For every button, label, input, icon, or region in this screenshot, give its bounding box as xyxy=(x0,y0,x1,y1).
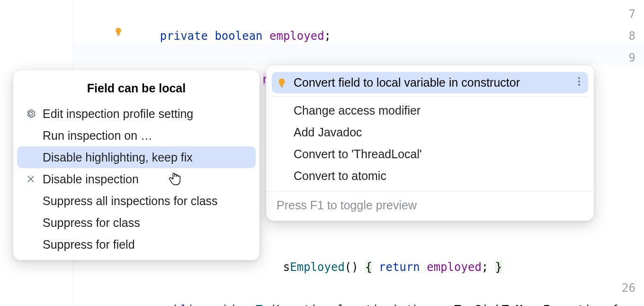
intention-item[interactable]: Add Javadoc xyxy=(266,121,594,143)
method-name: goTo xyxy=(242,303,269,306)
svg-point-3 xyxy=(578,81,580,82)
inspection-options-popup: Field can be local Edit inspection profi… xyxy=(13,70,259,260)
svg-rect-0 xyxy=(117,35,119,36)
suppress-class-item[interactable]: Suppress for class xyxy=(13,212,259,234)
svg-point-2 xyxy=(578,77,580,79)
lightbulb-icon[interactable] xyxy=(114,24,123,36)
menu-item-label: Change access modifier xyxy=(294,104,584,117)
code-line: public void goTo(Location location) thro… xyxy=(133,278,618,306)
popup-footer-hint: Press F1 to toggle preview xyxy=(266,191,594,221)
gear-icon xyxy=(25,108,37,119)
menu-item-label: Run inspection on … xyxy=(43,129,248,143)
line-number: 7 xyxy=(629,4,635,26)
run-inspection-item[interactable]: Run inspection on … xyxy=(13,125,259,146)
intention-header-label: Convert field to local variable in const… xyxy=(294,76,568,90)
menu-item-label: Edit inspection profile setting xyxy=(43,107,248,121)
method-name: Employed xyxy=(290,261,345,274)
menu-item-label: Convert to 'ThreadLocal' xyxy=(294,147,584,161)
keyword: public xyxy=(160,303,201,306)
menu-item-label: Suppress for field xyxy=(43,238,248,252)
menu-item-label: Disable highlighting, keep fix xyxy=(43,151,248,164)
disable-inspection-item[interactable]: Disable inspection xyxy=(13,168,259,190)
svg-rect-1 xyxy=(281,86,283,87)
close-icon xyxy=(25,174,37,184)
keyword: void xyxy=(208,303,235,306)
popup-title: Field can be local xyxy=(13,78,259,103)
edit-inspection-profile-item[interactable]: Edit inspection profile setting xyxy=(13,103,259,125)
svg-point-4 xyxy=(578,84,580,86)
menu-item-label: Suppress for class xyxy=(43,216,248,230)
intention-item[interactable]: Change access modifier xyxy=(266,99,594,121)
line-number: 26 xyxy=(622,278,635,299)
intention-item[interactable]: Convert to 'ThreadLocal' xyxy=(266,143,594,165)
line-number: 9 xyxy=(629,47,635,69)
intention-item[interactable]: Convert to atomic xyxy=(266,165,594,187)
intention-header-item[interactable]: Convert field to local variable in const… xyxy=(272,72,588,93)
lightbulb-icon xyxy=(277,77,287,89)
disable-highlighting-item[interactable]: Disable highlighting, keep fix xyxy=(17,146,256,168)
more-options-icon[interactable] xyxy=(575,76,583,90)
suppress-all-class-item[interactable]: Suppress all inspections for class xyxy=(13,190,259,212)
suppress-field-item[interactable]: Suppress for field xyxy=(13,234,259,255)
menu-item-label: Add Javadoc xyxy=(294,126,584,139)
divider xyxy=(272,96,588,97)
menu-item-label: Suppress all inspections for class xyxy=(43,194,248,208)
intention-actions-popup: Convert field to local variable in const… xyxy=(266,65,594,221)
menu-item-label: Convert to atomic xyxy=(294,169,584,183)
menu-item-label: Disable inspection xyxy=(43,172,248,186)
